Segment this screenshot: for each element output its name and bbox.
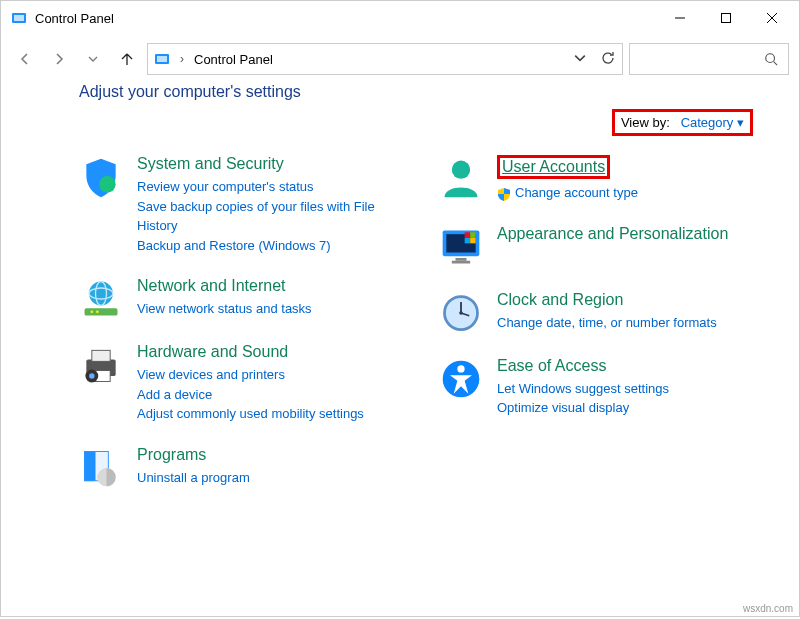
svg-rect-7 xyxy=(157,56,167,62)
view-by-control[interactable]: View by: Category ▾ xyxy=(612,109,753,136)
task-link[interactable]: View network status and tasks xyxy=(137,299,312,319)
category-clock-region: Clock and Region Change date, time, or n… xyxy=(439,291,759,335)
category-hardware-sound: Hardware and Sound View devices and prin… xyxy=(79,343,399,424)
task-link[interactable]: Uninstall a program xyxy=(137,468,250,488)
category-network-internet: Network and Internet View network status… xyxy=(79,277,399,321)
category-appearance: Appearance and Personalization xyxy=(439,225,759,269)
caret-down-icon: ▾ xyxy=(737,115,744,130)
chevron-right-icon: › xyxy=(180,52,184,66)
task-link[interactable]: Add a device xyxy=(137,385,364,405)
svg-rect-30 xyxy=(465,232,471,238)
task-link[interactable]: Optimize visual display xyxy=(497,398,669,418)
breadcrumb[interactable]: Control Panel xyxy=(194,52,273,67)
svg-point-25 xyxy=(452,161,470,179)
task-link[interactable]: Change account type xyxy=(497,183,638,203)
clock-icon xyxy=(439,291,483,335)
window-title: Control Panel xyxy=(35,11,657,26)
accessibility-icon xyxy=(439,357,483,401)
svg-point-11 xyxy=(89,282,113,306)
svg-rect-29 xyxy=(452,260,470,263)
titlebar: Control Panel xyxy=(1,1,799,35)
svg-rect-18 xyxy=(92,350,110,361)
svg-rect-23 xyxy=(85,451,96,480)
control-panel-window: Control Panel › Control Panel Adjust you… xyxy=(0,0,800,617)
recent-dropdown[interactable] xyxy=(79,45,107,73)
category-link[interactable]: Hardware and Sound xyxy=(137,343,288,361)
category-link[interactable]: System and Security xyxy=(137,155,284,173)
close-button[interactable] xyxy=(749,3,795,33)
task-link[interactable]: Backup and Restore (Windows 7) xyxy=(137,236,399,256)
forward-button[interactable] xyxy=(45,45,73,73)
svg-rect-14 xyxy=(85,308,118,315)
svg-point-21 xyxy=(89,373,95,379)
svg-point-16 xyxy=(96,310,99,313)
programs-icon xyxy=(79,446,123,490)
minimize-button[interactable] xyxy=(657,3,703,33)
categories-grid: System and Security Review your computer… xyxy=(1,129,799,500)
category-link-highlighted[interactable]: User Accounts xyxy=(497,155,610,179)
category-link[interactable]: Clock and Region xyxy=(497,291,623,309)
svg-rect-31 xyxy=(470,232,476,238)
task-link[interactable]: Let Windows suggest settings xyxy=(497,379,669,399)
search-icon xyxy=(764,52,778,66)
task-link[interactable]: Save backup copies of your files with Fi… xyxy=(137,197,399,236)
svg-point-10 xyxy=(99,176,116,193)
control-panel-icon xyxy=(154,51,170,67)
category-system-security: System and Security Review your computer… xyxy=(79,155,399,255)
view-by-value[interactable]: Category ▾ xyxy=(681,115,744,130)
category-programs: Programs Uninstall a program xyxy=(79,446,399,490)
category-link[interactable]: Network and Internet xyxy=(137,277,286,295)
maximize-button[interactable] xyxy=(703,3,749,33)
nav-toolbar: › Control Panel xyxy=(1,35,799,83)
view-by-label: View by: xyxy=(621,115,670,130)
up-button[interactable] xyxy=(113,45,141,73)
watermark: wsxdn.com xyxy=(743,603,793,614)
page-heading: Adjust your computer's settings xyxy=(79,83,759,101)
shield-icon xyxy=(79,155,123,199)
category-link[interactable]: Programs xyxy=(137,446,206,464)
svg-point-15 xyxy=(90,310,93,313)
uac-shield-icon xyxy=(497,187,511,201)
svg-point-8 xyxy=(766,54,775,63)
category-ease-of-access: Ease of Access Let Windows suggest setti… xyxy=(439,357,759,418)
category-user-accounts: User Accounts Change account type xyxy=(439,155,759,203)
user-icon xyxy=(439,155,483,199)
monitor-icon xyxy=(439,225,483,269)
search-input[interactable] xyxy=(629,43,789,75)
svg-point-37 xyxy=(459,311,463,315)
svg-rect-33 xyxy=(470,237,476,243)
category-link[interactable]: Ease of Access xyxy=(497,357,606,375)
category-link[interactable]: Appearance and Personalization xyxy=(497,225,728,243)
task-link[interactable]: View devices and printers xyxy=(137,365,364,385)
task-link[interactable]: Change date, time, or number formats xyxy=(497,313,717,333)
address-bar[interactable]: › Control Panel xyxy=(147,43,623,75)
task-link[interactable]: Review your computer's status xyxy=(137,177,399,197)
network-icon xyxy=(79,277,123,321)
control-panel-icon xyxy=(11,10,27,26)
back-button[interactable] xyxy=(11,45,39,73)
svg-rect-28 xyxy=(456,258,467,261)
svg-rect-3 xyxy=(722,14,731,23)
chevron-down-icon[interactable] xyxy=(574,52,586,67)
task-link[interactable]: Adjust commonly used mobility settings xyxy=(137,404,364,424)
svg-line-9 xyxy=(774,62,778,66)
svg-point-39 xyxy=(457,365,464,372)
refresh-button[interactable] xyxy=(600,50,616,69)
svg-rect-32 xyxy=(465,237,471,243)
printer-icon xyxy=(79,343,123,387)
svg-rect-1 xyxy=(14,15,24,21)
